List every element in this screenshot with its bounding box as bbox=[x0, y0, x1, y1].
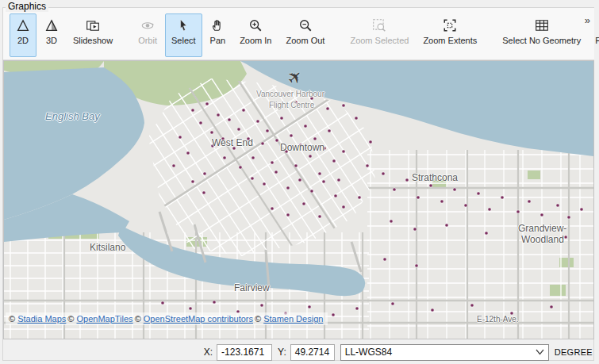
graphic-point bbox=[413, 228, 417, 231]
attribution-link-0[interactable]: Stadia Maps bbox=[17, 314, 66, 324]
toolbar-button-label: Zoom Selected bbox=[350, 36, 409, 45]
graphic-point bbox=[260, 304, 263, 307]
graphic-point bbox=[282, 93, 285, 96]
graphic-point bbox=[332, 159, 336, 163]
graphic-point bbox=[415, 264, 418, 267]
graphic-point bbox=[369, 140, 372, 144]
toolbar-overflow-chevron[interactable]: » bbox=[585, 15, 590, 25]
graphic-point bbox=[445, 224, 448, 227]
graphic-point bbox=[191, 109, 194, 112]
toolbar-button-label: Orbit bbox=[138, 36, 157, 45]
toolbar-button-slideshow[interactable]: Slideshow bbox=[67, 13, 119, 57]
triangle-3d-icon bbox=[44, 18, 59, 33]
graphic-point bbox=[328, 129, 331, 132]
graphic-point bbox=[405, 178, 409, 182]
copyright-symbol: © bbox=[255, 314, 263, 324]
graphic-point bbox=[186, 151, 190, 155]
map-viewport[interactable]: ✈ English BayWest EndDowntownVancouver H… bbox=[3, 60, 594, 339]
zoom-selected-icon bbox=[372, 18, 386, 33]
graphic-point bbox=[298, 178, 301, 182]
graphic-point bbox=[313, 137, 317, 140]
graphic-point bbox=[304, 125, 307, 128]
graphic-point bbox=[232, 147, 236, 150]
graphic-point bbox=[355, 117, 358, 120]
graphic-point bbox=[540, 213, 543, 216]
graphic-point bbox=[271, 161, 274, 164]
toolbar-button-zoom-out[interactable]: Zoom Out bbox=[280, 13, 332, 57]
cursor-icon bbox=[176, 18, 190, 33]
graphic-point bbox=[310, 190, 313, 193]
graphic-point bbox=[239, 166, 242, 169]
toolbar-button-label: 2D bbox=[17, 36, 29, 45]
attribution-link-3[interactable]: Stamen Design bbox=[263, 314, 323, 324]
graphic-point bbox=[242, 109, 245, 112]
triangle-2d-icon bbox=[16, 18, 30, 33]
graphic-point bbox=[453, 188, 456, 191]
graphic-point bbox=[247, 137, 250, 140]
toolbar-button-label: Pan bbox=[210, 36, 226, 45]
x-coordinate-value[interactable]: -123.1671 bbox=[217, 344, 272, 361]
copyright-symbol: © bbox=[67, 314, 76, 324]
toolbar-button-select[interactable]: Select bbox=[165, 13, 202, 57]
graphic-point bbox=[477, 192, 480, 195]
graphic-point bbox=[217, 113, 220, 117]
slideshow-icon bbox=[86, 18, 100, 33]
graphic-point bbox=[223, 156, 226, 159]
attribution-link-1[interactable]: OpenMapTiles bbox=[77, 314, 133, 324]
graphic-point bbox=[516, 210, 520, 213]
toolbar-button-filter[interactable]: Filter bbox=[589, 13, 599, 57]
toolbar-button-zoom-in[interactable]: Zoom In bbox=[233, 13, 278, 57]
graphic-point bbox=[309, 155, 312, 158]
graphic-point bbox=[556, 204, 559, 207]
graphic-point bbox=[332, 313, 335, 316]
toolbar-button-pan[interactable]: Pan bbox=[204, 13, 232, 57]
graphic-point bbox=[228, 118, 231, 121]
graphic-point bbox=[391, 302, 394, 305]
graphic-point bbox=[564, 236, 567, 239]
graphic-point bbox=[275, 171, 278, 174]
graphic-point bbox=[299, 144, 302, 147]
toolbar-button-zoom-extents[interactable]: Zoom Extents bbox=[417, 13, 483, 57]
graphic-point bbox=[464, 204, 467, 207]
toolbar-button-select-no-geometry[interactable]: Select No Geometry bbox=[496, 13, 587, 57]
graphic-point bbox=[382, 172, 385, 175]
graphic-point bbox=[271, 207, 274, 210]
graphic-point bbox=[488, 208, 491, 211]
chevron-down-icon bbox=[536, 349, 544, 355]
toolbar-button-label: Select No Geometry bbox=[502, 36, 581, 45]
status-bar: X: -123.1671 Y: 49.2714 LL-WGS84 DEGREE bbox=[0, 340, 599, 364]
graphic-point bbox=[280, 117, 283, 120]
graphic-point bbox=[580, 208, 583, 211]
hand-icon bbox=[210, 18, 225, 33]
graphic-point bbox=[337, 178, 340, 182]
graphic-point bbox=[294, 101, 298, 104]
x-coordinate-label: X: bbox=[204, 347, 213, 358]
graphic-point bbox=[161, 301, 164, 305]
graphic-point bbox=[524, 228, 528, 231]
graphic-point bbox=[191, 180, 194, 183]
graphic-point bbox=[323, 147, 326, 150]
graphic-point bbox=[251, 177, 254, 180]
y-coordinate-value[interactable]: 49.2714 bbox=[290, 344, 335, 361]
toolbar-button-label: Slideshow bbox=[73, 36, 113, 45]
graphic-point bbox=[275, 139, 278, 142]
attribution-link-2[interactable]: OpenStreetMap contributors bbox=[144, 314, 253, 324]
toolbar: 2D3DSlideshowOrbitSelectPanZoom InZoom O… bbox=[3, 8, 594, 60]
graphic-point bbox=[334, 194, 337, 197]
graphic-point bbox=[342, 150, 345, 153]
graphic-point bbox=[294, 164, 298, 167]
toolbar-button-3d[interactable]: 3D bbox=[38, 13, 65, 57]
graphic-point bbox=[302, 202, 305, 205]
toolbar-button-label: Zoom Out bbox=[286, 36, 325, 45]
orbit-icon bbox=[140, 18, 155, 33]
graphic-point bbox=[205, 102, 209, 105]
graphic-point bbox=[342, 205, 345, 209]
graphic-point bbox=[440, 200, 443, 203]
toolbar-button-2d[interactable]: 2D bbox=[10, 13, 36, 57]
graphic-point bbox=[417, 196, 420, 199]
graphic-point bbox=[172, 164, 175, 167]
graphic-point bbox=[318, 172, 321, 175]
crs-combobox[interactable]: LL-WGS84 bbox=[340, 344, 549, 361]
graphic-point bbox=[383, 258, 386, 261]
graphic-point bbox=[256, 120, 259, 123]
